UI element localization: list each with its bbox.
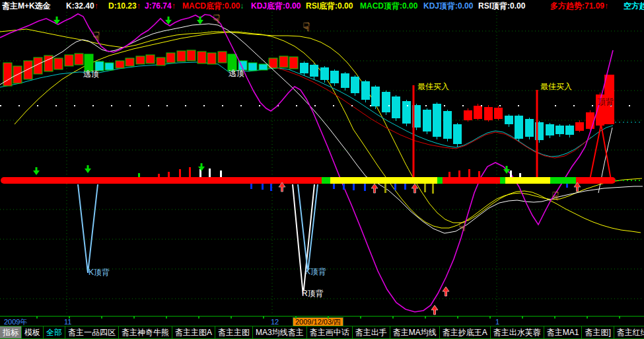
candle: [146, 55, 155, 63]
candle: [259, 64, 268, 70]
tab-斋主画中话[interactable]: 斋主画中话: [306, 326, 353, 339]
axis-tick: [392, 317, 394, 319]
candle: [361, 81, 370, 100]
hand-pointing-down-icon: ☟: [303, 21, 310, 33]
axis-tick: [295, 317, 297, 319]
candle: [555, 126, 564, 134]
tab-斋主一品四区[interactable]: 斋主一品四区: [65, 326, 119, 339]
tick-below-blue: [333, 184, 335, 189]
axis-tick: [554, 317, 555, 319]
tab-斋主主图[interactable]: 斋主主图: [215, 326, 253, 339]
candle: [443, 111, 452, 139]
axis-tick: [489, 317, 491, 319]
up-arrow-icon: [443, 287, 449, 296]
candle: [402, 101, 411, 124]
tab-指标[interactable]: 指标: [0, 326, 22, 339]
top-div-label: 顶背: [597, 97, 613, 106]
candle: [525, 119, 534, 137]
axis-year-label: 2009年: [4, 318, 27, 326]
tab-MA3均线斋主[interactable]: MA3均线斋主: [252, 326, 307, 339]
tab-斋主MA均线[interactable]: 斋主MA均线: [390, 326, 440, 339]
header-rsi-top-div: RSI顶背:0.00: [478, 1, 525, 11]
candle: [515, 116, 523, 139]
tick-above-red: [168, 172, 170, 177]
tab-斋主主图A[interactable]: 斋主主图A: [172, 326, 215, 339]
indicator-header-bar: 斋主M+K选金 K:32.40↑D:10.23↑J:76.74↑MACD底背:0…: [0, 0, 644, 12]
tab-模板[interactable]: 模板: [21, 326, 44, 339]
tick-below-olive: [384, 184, 386, 193]
axis-tick: [166, 317, 167, 319]
hand-pointing-down-icon: ☟: [213, 13, 220, 25]
axis-tick: [522, 317, 523, 319]
candle: [75, 54, 83, 65]
header-bull-trend-text: 多方趋势:71.09: [550, 1, 604, 11]
signal-band-segment: [437, 177, 443, 184]
candle: [279, 56, 288, 67]
candle: [136, 56, 145, 64]
candle: [484, 107, 493, 120]
header-macd-bottom-div-text: MACD底背:0.00: [182, 1, 240, 11]
axis-tick: [231, 317, 232, 319]
axis-tick: [198, 317, 199, 319]
header-kdj-bottom-div-text: KDJ底背:0.00: [251, 1, 301, 11]
tab-斋主抄底王A[interactable]: 斋主抄底王A: [439, 326, 491, 339]
tab-斋主神奇牛熊[interactable]: 斋主神奇牛熊: [118, 326, 172, 339]
candle: [474, 106, 482, 119]
candle: [207, 53, 216, 64]
candle: [453, 124, 462, 144]
header-rsi-top-div-text: RSI顶背:0.00: [478, 1, 525, 11]
candle: [65, 55, 73, 66]
best-buy-label-2: 最佳买入: [540, 83, 572, 91]
header-macd-top-div-text: MACD顶背:0.00: [360, 1, 417, 11]
tick-below-blue: [353, 184, 355, 190]
signal-band-segment: [4, 177, 322, 184]
k-top-div-spike-2: [298, 184, 318, 272]
down-arrow-icon: ↓: [240, 1, 244, 11]
candle: [341, 73, 349, 88]
candle: [197, 52, 206, 63]
candle: [586, 112, 594, 129]
up-arrow-icon: ↑: [94, 1, 98, 11]
tab-斋主图][interactable]: 斋主图]: [581, 326, 614, 339]
candle: [371, 87, 380, 106]
up-arrow-icon: ↑: [604, 1, 608, 11]
tab-斋主红绿灯][interactable]: 斋主红绿灯]: [614, 326, 644, 339]
candle: [494, 108, 503, 119]
header-bull-trend: 多方趋势:71.09↑: [550, 1, 608, 11]
candle: [54, 58, 63, 69]
candle: [320, 67, 329, 80]
axis-tick: [101, 317, 102, 319]
axis-tick: [36, 317, 38, 319]
axis-jan-label: 1: [495, 318, 499, 326]
tick-above-white: [510, 170, 512, 177]
header-d-value-text: D:10.23: [108, 1, 137, 11]
candle: [300, 63, 308, 73]
tab-斋主MA1[interactable]: 斋主MA1: [544, 326, 583, 339]
hand-pointing-down-icon: ☟: [552, 190, 559, 202]
axis-tick: [587, 317, 588, 319]
tick-below-olive: [424, 184, 426, 192]
tick-below-olive: [432, 184, 434, 194]
candle: [330, 71, 339, 83]
hand-pointing-down-icon: ☟: [458, 221, 466, 233]
tab-斋主出水芙蓉[interactable]: 斋主出水芙蓉: [490, 326, 544, 339]
tick-below-blue: [262, 184, 264, 190]
axis-tick: [360, 317, 361, 319]
axis-date-highlight: 2009/12/03/四: [293, 317, 343, 326]
tab-斋主出手[interactable]: 斋主出手: [352, 326, 390, 339]
down-arrow-icon: [54, 17, 60, 24]
tick-below-blue: [343, 184, 345, 190]
k-top-div-label-2: K顶背: [305, 268, 326, 276]
red-lambda-spike: [590, 124, 611, 180]
header-macd-top-div: MACD顶背:0.00: [360, 1, 417, 11]
header-d-value: D:10.23↑: [108, 1, 141, 11]
up-arrow-icon: [371, 184, 378, 193]
candle: [166, 53, 175, 63]
header-rsi-bottom-div: RSI底背:0.00: [306, 1, 353, 11]
tab-全部[interactable]: 全部: [43, 326, 65, 339]
axis-tick: [69, 317, 70, 319]
up-arrow-icon: [574, 182, 581, 192]
tick-above-white: [220, 170, 222, 177]
up-arrow-icon: ↑: [137, 1, 141, 11]
tick-below-blue: [270, 184, 272, 191]
